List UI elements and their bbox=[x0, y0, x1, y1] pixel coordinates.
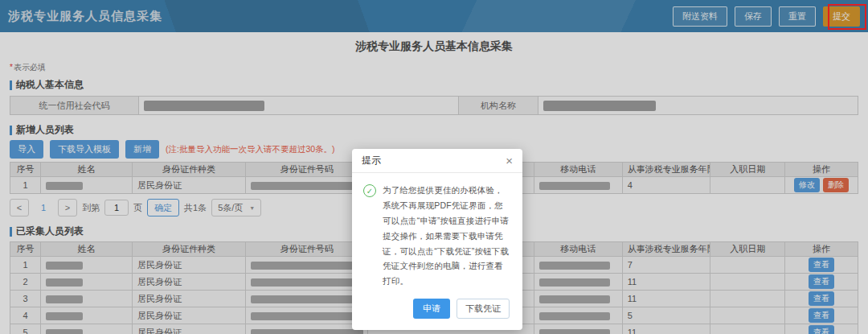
apply-button[interactable]: 申请 bbox=[413, 299, 450, 319]
download-voucher-button[interactable]: 下载凭证 bbox=[457, 299, 510, 319]
success-check-icon: ✓ bbox=[363, 184, 376, 197]
dialog-header: 提示 × bbox=[352, 149, 522, 173]
close-icon[interactable]: × bbox=[506, 155, 513, 167]
red-annotation-box bbox=[828, 4, 866, 30]
dialog-body: ✓ 为了给您提供更佳的办税体验，系统不再展现PDF凭证界面，您可以点击“申请”按… bbox=[352, 173, 522, 291]
dialog-title: 提示 bbox=[362, 154, 381, 167]
dialog-message: 为了给您提供更佳的办税体验，系统不再展现PDF凭证界面，您可以点击“申请”按钮直… bbox=[383, 183, 511, 289]
screen: 涉税专业服务人员信息采集 附送资料 保存 重置 提交 涉税专业服务人员基本信息采… bbox=[0, 0, 868, 334]
prompt-dialog: 提示 × ✓ 为了给您提供更佳的办税体验，系统不再展现PDF凭证界面，您可以点击… bbox=[352, 149, 522, 330]
dialog-footer: 申请 下载凭证 bbox=[352, 291, 522, 330]
